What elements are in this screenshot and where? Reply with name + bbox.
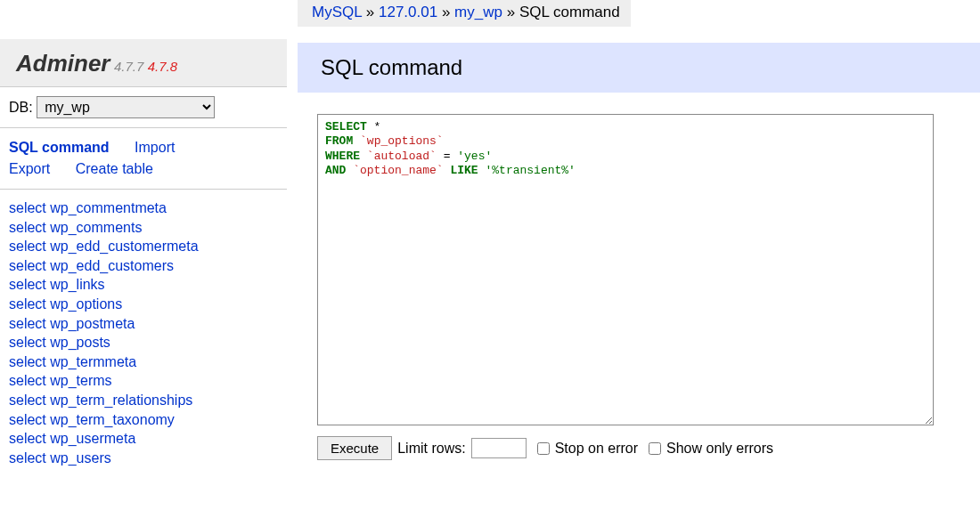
limit-rows-label: Limit rows: (397, 441, 465, 457)
logo: Adminer 4.7.7 4.7.8 (0, 39, 287, 87)
table-link[interactable]: select wp_term_taxonomy (9, 410, 278, 430)
table-link[interactable]: select wp_comments (9, 218, 278, 238)
sql-textarea[interactable]: SELECT * FROM `wp_options` WHERE `autolo… (317, 114, 934, 425)
table-link[interactable]: select wp_commentmeta (9, 198, 278, 218)
bc-engine[interactable]: MySQL (312, 4, 362, 20)
page-title: SQL command (321, 55, 957, 80)
table-link[interactable]: select wp_term_relationships (9, 391, 278, 410)
bc-sep: » (442, 4, 450, 20)
db-select[interactable]: my_wp (37, 96, 215, 118)
version-current: 4.7.7 (114, 59, 143, 74)
bc-sep: » (366, 4, 374, 20)
table-link[interactable]: select wp_links (9, 275, 278, 295)
limit-rows-input[interactable] (471, 438, 527, 458)
app-name: Adminer (16, 50, 110, 77)
link-sql-command[interactable]: SQL command (9, 140, 110, 155)
table-link[interactable]: select wp_termmeta (9, 352, 278, 372)
table-link[interactable]: select wp_posts (9, 333, 278, 352)
show-only-errors-label: Show only errors (666, 441, 773, 457)
bc-db[interactable]: my_wp (454, 4, 502, 20)
bc-host[interactable]: 127.0.01 (379, 4, 437, 20)
bc-page: SQL command (519, 4, 620, 20)
link-export[interactable]: Export (9, 161, 50, 176)
stop-on-error-checkbox[interactable] (537, 442, 550, 455)
table-link[interactable]: select wp_edd_customermeta (9, 237, 278, 256)
link-create-table[interactable]: Create table (76, 161, 153, 176)
show-only-errors-checkbox[interactable] (649, 442, 661, 455)
breadcrumb: MySQL » 127.0.01 » my_wp » SQL command (298, 0, 631, 27)
table-link[interactable]: select wp_usermeta (9, 429, 278, 449)
link-import[interactable]: Import (135, 140, 175, 155)
bc-sep: » (507, 4, 515, 20)
table-link[interactable]: select wp_postmeta (9, 314, 278, 334)
table-list: select wp_commentmeta select wp_comments… (0, 190, 287, 476)
db-label: DB: (9, 100, 33, 115)
version-new[interactable]: 4.7.8 (148, 59, 177, 74)
table-link[interactable]: select wp_options (9, 295, 278, 314)
table-link[interactable]: select wp_users (9, 449, 278, 468)
table-link[interactable]: select wp_terms (9, 371, 278, 391)
execute-button[interactable]: Execute (317, 436, 392, 460)
table-link[interactable]: select wp_edd_customers (9, 256, 278, 276)
stop-on-error-label: Stop on error (555, 441, 638, 457)
